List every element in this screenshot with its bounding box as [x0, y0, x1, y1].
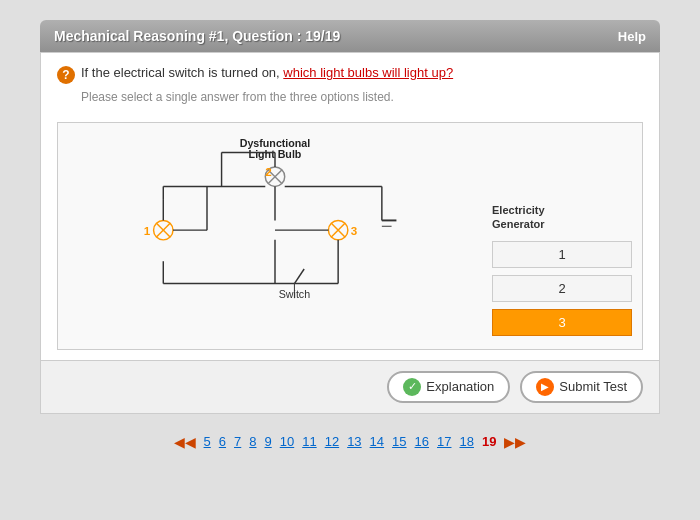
help-button[interactable]: Help	[618, 29, 646, 44]
page-8[interactable]: 8	[249, 434, 256, 449]
page-10[interactable]: 10	[280, 434, 294, 449]
next-nav[interactable]: ▶▶	[504, 434, 526, 450]
question-text: If the electrical switch is turned on, w…	[81, 65, 453, 80]
submit-test-button[interactable]: ▶ Submit Test	[520, 371, 643, 403]
page-9[interactable]: 9	[265, 434, 272, 449]
circuit-diagram: Dysfunctional Light Bulb 2 1	[68, 133, 482, 303]
explanation-button[interactable]: ✓ Explanation	[387, 371, 510, 403]
page-7[interactable]: 7	[234, 434, 241, 449]
pagination: ◀◀ 5 6 7 8 9 10 11 12 13 14 15 16 17 18 …	[174, 434, 527, 450]
page-5[interactable]: 5	[204, 434, 211, 449]
answer-option-3[interactable]: 3	[492, 309, 632, 336]
question-row: ? If the electrical switch is turned on,…	[57, 65, 643, 84]
svg-text:Switch: Switch	[279, 288, 310, 300]
page-11[interactable]: 11	[302, 434, 316, 449]
header-bar: Mechanical Reasoning #1, Question : 19/1…	[40, 20, 660, 52]
page-6[interactable]: 6	[219, 434, 226, 449]
diagram-area: Dysfunctional Light Bulb 2 1	[57, 122, 643, 350]
page-13[interactable]: 13	[347, 434, 361, 449]
main-card: ? If the electrical switch is turned on,…	[40, 52, 660, 414]
svg-text:Dysfunctional: Dysfunctional	[240, 137, 311, 149]
generator-label: ElectricityGenerator	[492, 203, 632, 232]
answer-option-1[interactable]: 1	[492, 241, 632, 268]
submit-label: Submit Test	[559, 379, 627, 394]
circuit-left: Dysfunctional Light Bulb 2 1	[58, 123, 492, 349]
circuit-right: ElectricityGenerator 1 2 3	[492, 123, 642, 349]
prev-nav[interactable]: ◀◀	[174, 434, 196, 450]
outer-container: Mechanical Reasoning #1, Question : 19/1…	[0, 0, 700, 520]
action-bar: ✓ Explanation ▶ Submit Test	[41, 360, 659, 413]
question-section: ? If the electrical switch is turned on,…	[41, 53, 659, 122]
page-16[interactable]: 16	[415, 434, 429, 449]
page-17[interactable]: 17	[437, 434, 451, 449]
instruction-text: Please select a single answer from the t…	[81, 90, 643, 104]
svg-text:1: 1	[144, 224, 151, 237]
svg-text:2: 2	[265, 165, 272, 178]
question-icon: ?	[57, 66, 75, 84]
explanation-label: Explanation	[426, 379, 494, 394]
page-19-current[interactable]: 19	[482, 434, 496, 449]
check-icon: ✓	[403, 378, 421, 396]
page-18[interactable]: 18	[459, 434, 473, 449]
page-12[interactable]: 12	[325, 434, 339, 449]
play-icon: ▶	[536, 378, 554, 396]
header-title: Mechanical Reasoning #1, Question : 19/1…	[54, 28, 340, 44]
page-14[interactable]: 14	[370, 434, 384, 449]
page-15[interactable]: 15	[392, 434, 406, 449]
svg-text:3: 3	[351, 224, 358, 237]
answer-option-2[interactable]: 2	[492, 275, 632, 302]
svg-line-31	[294, 269, 304, 284]
